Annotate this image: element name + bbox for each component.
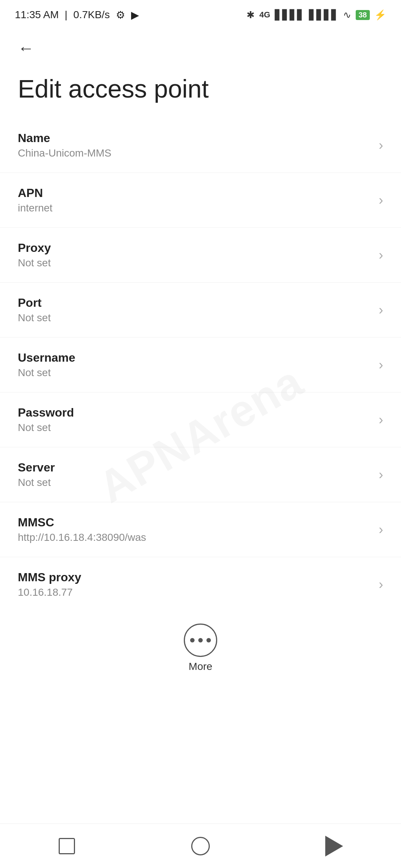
settings-item-content: Port Not set [18,296,371,324]
settings-item-content: MMS proxy 10.16.18.77 [18,571,371,598]
status-speed: | [65,9,67,21]
chevron-right-icon: › [379,412,383,428]
more-dots-icon [190,638,211,642]
nav-home-icon [191,837,210,855]
nav-recent-button[interactable] [52,831,82,861]
settings-item-label: Password [18,406,371,420]
signal-bars-icon: ▋▋▋▋ [275,9,304,21]
settings-item[interactable]: Port Not set › [0,283,401,338]
settings-item-value: Not set [18,312,371,324]
settings-item-label: Proxy [18,241,371,255]
chevron-right-icon: › [379,467,383,483]
settings-item-value: 10.16.18.77 [18,586,371,598]
settings-item-value: Not set [18,257,371,269]
nav-back-icon [325,836,343,857]
chevron-right-icon: › [379,302,383,318]
settings-item[interactable]: Username Not set › [0,338,401,392]
nav-back-button[interactable] [319,831,349,861]
settings-item-value: http://10.16.18.4:38090/was [18,532,371,543]
back-button[interactable]: ← [15,37,37,59]
settings-list: Name China-Unicom-MMS › APN internet › P… [0,118,401,612]
settings-item-content: Name China-Unicom-MMS [18,131,371,159]
settings-item-content: Username Not set [18,351,371,379]
settings-item-label: MMSC [18,516,371,529]
nav-recent-icon [59,838,75,854]
status-left: 11:35 AM | 0.7KB/s ⚙ ▶ [15,9,139,21]
settings-item-label: Name [18,131,371,145]
nav-home-button[interactable] [186,831,215,861]
nav-bar [0,823,401,868]
settings-item[interactable]: Server Not set › [0,447,401,502]
settings-item-label: APN [18,186,371,200]
settings-item[interactable]: MMSC http://10.16.18.4:38090/was › [0,502,401,557]
settings-item-label: Username [18,351,371,365]
chevron-right-icon: › [379,357,383,373]
settings-item-label: Server [18,461,371,474]
status-network-speed: 0.7KB/s [74,9,110,21]
settings-item[interactable]: Name China-Unicom-MMS › [0,118,401,173]
settings-item-content: Proxy Not set [18,241,371,269]
settings-item-value: China-Unicom-MMS [18,147,371,159]
settings-item-label: Port [18,296,371,310]
chevron-right-icon: › [379,247,383,263]
settings-item[interactable]: Password Not set › [0,392,401,447]
chevron-right-icon: › [379,193,383,208]
page-title: Edit access point [0,67,401,118]
chevron-right-icon: › [379,522,383,537]
settings-item[interactable]: APN internet › [0,173,401,228]
battery-level: 38 [356,10,370,20]
settings-item[interactable]: MMS proxy 10.16.18.77 › [0,557,401,612]
wifi-icon: ∿ [343,9,351,21]
status-time: 11:35 AM [15,9,59,21]
status-bar: 11:35 AM | 0.7KB/s ⚙ ▶ ✱ 4G ▋▋▋▋ ▋▋▋▋ ∿ … [0,0,401,30]
more-section: More [0,612,401,680]
settings-item-content: Password Not set [18,406,371,434]
settings-item-content: Server Not set [18,461,371,489]
settings-item-value: Not set [18,477,371,489]
signal-bars2-icon: ▋▋▋▋ [309,9,339,21]
settings-item-content: APN internet [18,186,371,214]
more-label: More [189,661,212,673]
settings-icon: ⚙ [116,9,125,21]
settings-item[interactable]: Proxy Not set › [0,228,401,283]
bluetooth-icon: ✱ [247,9,255,21]
settings-item-label: MMS proxy [18,571,371,584]
toolbar: ← [0,30,401,67]
more-button[interactable] [184,624,217,657]
signal-4g-icon: 4G [259,10,270,20]
settings-item-value: Not set [18,422,371,434]
settings-item-content: MMSC http://10.16.18.4:38090/was [18,516,371,543]
chevron-right-icon: › [379,138,383,153]
settings-item-value: Not set [18,367,371,379]
status-right: ✱ 4G ▋▋▋▋ ▋▋▋▋ ∿ 38 ⚡ [247,9,386,21]
settings-item-value: internet [18,202,371,214]
battery-icon: ⚡ [374,9,386,21]
back-arrow-icon: ← [18,40,34,56]
chevron-right-icon: › [379,577,383,592]
video-icon: ▶ [131,9,139,21]
